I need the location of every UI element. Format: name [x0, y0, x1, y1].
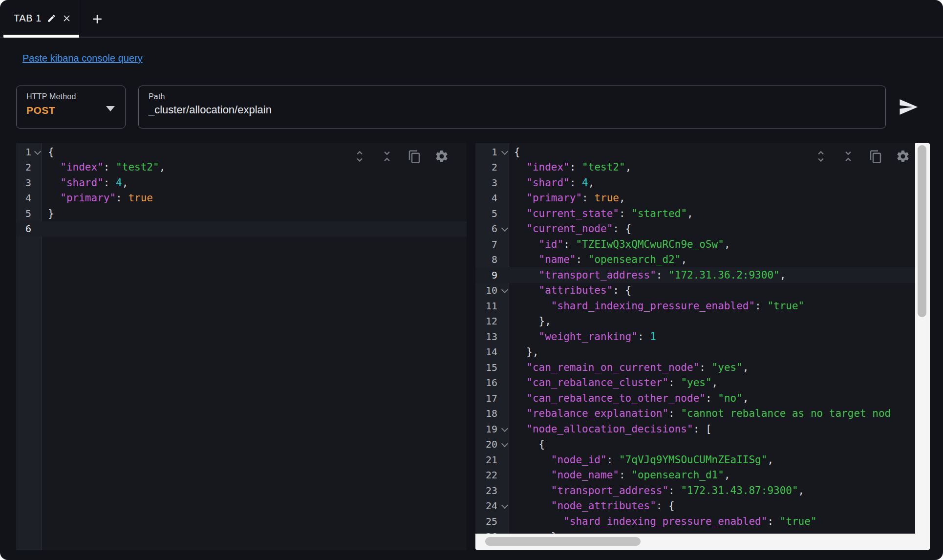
code-text[interactable]: "primary": true: [42, 192, 153, 204]
request-editor[interactable]: 1{2 "index": "test2",3 "shard": 4,4 "pri…: [16, 143, 467, 550]
tab-bar-divider: [0, 37, 943, 38]
code-line[interactable]: 6 "current_node": {: [475, 221, 915, 237]
code-text[interactable]: "transport_address": "172.31.36.2:9300",: [509, 269, 786, 281]
code-text[interactable]: "transport_address": "172.31.43.87:9300"…: [509, 485, 804, 496]
fold-chevron-icon[interactable]: [34, 148, 41, 155]
code-text[interactable]: "primary": true,: [509, 192, 625, 204]
tab-label: TAB 1: [14, 13, 42, 24]
tab-1[interactable]: TAB 1: [3, 0, 79, 37]
code-line[interactable]: 23 "transport_address": "172.31.43.87:93…: [475, 483, 915, 498]
code-text[interactable]: "id": "TZEIwQ3xQMCwuRCn9e_oSw",: [509, 238, 730, 250]
code-text[interactable]: "rebalance_explanation": "cannot rebalan…: [509, 408, 891, 419]
fold-chevron-icon[interactable]: [501, 148, 508, 155]
code-text[interactable]: "weight_ranking": 1: [509, 331, 656, 343]
editor-toolbar: [352, 149, 449, 164]
line-number: 3: [475, 177, 509, 189]
code-text[interactable]: "attributes": {: [509, 284, 631, 296]
line-number: 17: [475, 392, 509, 404]
code-line[interactable]: 22 "node_name": "opensearch_d1",: [475, 468, 915, 483]
code-text[interactable]: {: [42, 146, 54, 158]
fold-chevron-icon[interactable]: [501, 425, 508, 432]
code-line[interactable]: 21 "node_id": "7qVJq9YMSOuCUMnZEaIISg",: [475, 452, 915, 468]
code-text[interactable]: "shard_indexing_pressure_enabled": "true…: [509, 300, 804, 312]
code-line[interactable]: 4 "primary": true: [16, 191, 467, 206]
fold-less-icon[interactable]: [380, 149, 394, 164]
code-line[interactable]: 14 },: [475, 345, 915, 360]
unfold-more-icon[interactable]: [352, 149, 367, 164]
code-text[interactable]: "can_rebalance_to_other_node": "no",: [509, 392, 749, 404]
code-text[interactable]: "node_attributes": {: [509, 500, 675, 512]
code-line[interactable]: 13 "weight_ranking": 1: [475, 329, 915, 345]
code-line[interactable]: 18 "rebalance_explanation": "cannot reba…: [475, 406, 915, 422]
code-line[interactable]: 11 "shard_indexing_pressure_enabled": "t…: [475, 298, 915, 314]
fold-chevron-icon[interactable]: [501, 502, 508, 509]
paste-kibana-query-link[interactable]: Paste kibana console query: [22, 53, 143, 64]
code-line[interactable]: 4 "primary": true,: [475, 191, 915, 206]
code-line[interactable]: 8 "name": "opensearch_d2",: [475, 252, 915, 268]
fold-chevron-icon[interactable]: [501, 440, 508, 447]
code-lines: 1{2 "index": "test2",3 "shard": 4,4 "pri…: [475, 144, 915, 534]
send-icon[interactable]: [898, 97, 919, 117]
code-text[interactable]: "can_rebalance_cluster": "yes",: [509, 377, 718, 388]
code-text[interactable]: "index": "test2",: [509, 161, 631, 173]
code-text[interactable]: },: [509, 315, 551, 327]
code-text[interactable]: "shard": 4,: [509, 177, 594, 189]
settings-gear-icon[interactable]: [896, 149, 910, 164]
fold-chevron-icon[interactable]: [501, 286, 508, 293]
copy-icon[interactable]: [868, 149, 883, 164]
code-text[interactable]: "can_remain_on_current_node": "yes",: [509, 362, 749, 373]
code-text[interactable]: {: [509, 438, 545, 450]
close-icon[interactable]: [62, 13, 72, 23]
code-text[interactable]: },: [509, 346, 539, 358]
unfold-more-icon[interactable]: [814, 149, 828, 164]
code-line[interactable]: 3 "shard": 4,: [475, 175, 915, 191]
code-text[interactable]: "node_allocation_decisions": [: [509, 423, 712, 435]
line-number: 20: [475, 438, 509, 450]
http-method-select[interactable]: HTTP Method POST: [16, 86, 126, 129]
horizontal-scrollbar-thumb[interactable]: [485, 537, 641, 546]
settings-gear-icon[interactable]: [434, 149, 449, 164]
vertical-scrollbar-thumb[interactable]: [918, 145, 926, 317]
fold-chevron-icon[interactable]: [501, 225, 508, 232]
code-text[interactable]: }: [509, 531, 557, 534]
code-line[interactable]: 9 "transport_address": "172.31.36.2:9300…: [475, 267, 915, 283]
dropdown-caret-icon[interactable]: [106, 106, 115, 111]
code-line[interactable]: 7 "id": "TZEIwQ3xQMCwuRCn9e_oSw",: [475, 237, 915, 252]
code-text[interactable]: "name": "opensearch_d2",: [509, 254, 687, 265]
code-line[interactable]: 20 {: [475, 437, 915, 452]
code-text[interactable]: "current_state": "started",: [509, 208, 693, 219]
copy-icon[interactable]: [407, 149, 422, 164]
line-number: 2: [475, 161, 509, 173]
edit-pencil-icon[interactable]: [47, 14, 56, 23]
code-text[interactable]: }: [42, 208, 54, 219]
code-text[interactable]: "shard": 4,: [42, 177, 128, 189]
line-number: 26: [475, 531, 509, 534]
code-text[interactable]: "shard_indexing_pressure_enabled": "true…: [509, 516, 817, 527]
response-editor[interactable]: 1{2 "index": "test2",3 "shard": 4,4 "pri…: [475, 143, 915, 534]
code-text[interactable]: "node_name": "opensearch_d1",: [509, 469, 730, 481]
fold-less-icon[interactable]: [841, 149, 856, 164]
code-line[interactable]: 5}: [16, 206, 467, 221]
code-text[interactable]: "node_id": "7qVJq9YMSOuCUMnZEaIISg",: [509, 454, 773, 466]
code-line[interactable]: 19 "node_allocation_decisions": [: [475, 421, 915, 437]
code-line[interactable]: 26 }: [475, 529, 915, 534]
line-number: 15: [475, 362, 509, 373]
path-input[interactable]: Path _cluster/allocation/explain: [138, 86, 886, 129]
line-number: 9: [475, 269, 509, 281]
code-line[interactable]: 25 "shard_indexing_pressure_enabled": "t…: [475, 514, 915, 529]
code-line[interactable]: 17 "can_rebalance_to_other_node": "no",: [475, 390, 915, 406]
code-line[interactable]: 16 "can_rebalance_cluster": "yes",: [475, 375, 915, 391]
code-line[interactable]: 24 "node_attributes": {: [475, 498, 915, 514]
code-line[interactable]: 6: [16, 221, 467, 237]
code-line[interactable]: 5 "current_state": "started",: [475, 206, 915, 221]
code-line[interactable]: 3 "shard": 4,: [16, 175, 467, 191]
path-value: _cluster/allocation/explain: [149, 104, 876, 116]
code-text[interactable]: "current_node": {: [509, 223, 631, 235]
code-line[interactable]: 10 "attributes": {: [475, 283, 915, 299]
code-text[interactable]: "index": "test2",: [42, 161, 165, 173]
code-line[interactable]: 12 },: [475, 314, 915, 329]
line-number: 12: [475, 315, 509, 327]
add-tab-icon[interactable]: [89, 11, 105, 27]
code-line[interactable]: 15 "can_remain_on_current_node": "yes",: [475, 360, 915, 375]
code-text[interactable]: {: [509, 146, 520, 158]
